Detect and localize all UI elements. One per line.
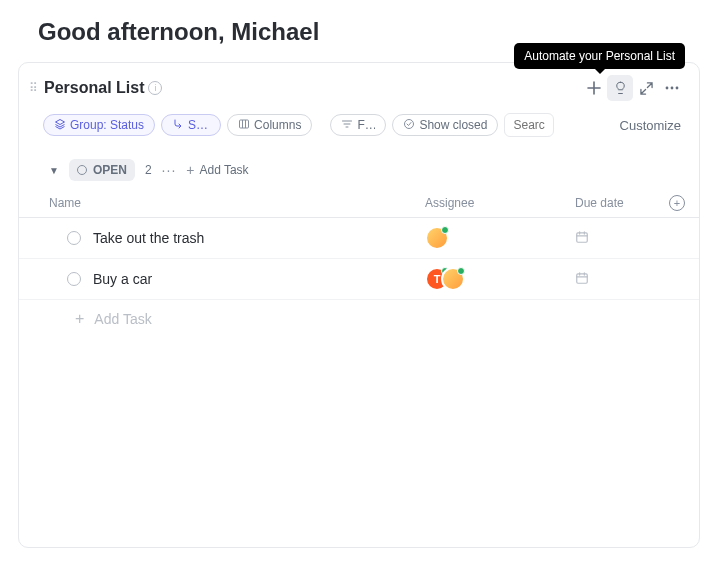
col-assignee-header[interactable]: Assignee: [425, 196, 575, 210]
svg-rect-6: [577, 273, 588, 282]
presence-dot-icon: [441, 226, 449, 234]
svg-point-1: [671, 87, 674, 90]
list-card: Automate your Personal List ⠿ Personal L…: [18, 62, 700, 548]
plus-icon: +: [75, 310, 84, 328]
svg-point-0: [666, 87, 669, 90]
page-greeting: Good afternoon, Michael: [38, 18, 718, 46]
svg-rect-3: [240, 120, 249, 128]
automate-icon[interactable]: [607, 75, 633, 101]
task-name[interactable]: Buy a car: [93, 271, 425, 287]
plus-icon: +: [186, 162, 194, 178]
status-circle[interactable]: [67, 272, 81, 286]
check-circle-icon: [403, 118, 415, 132]
add-icon[interactable]: [581, 75, 607, 101]
filter-icon: [341, 118, 353, 132]
presence-dot-icon: [457, 267, 465, 275]
svg-point-2: [676, 87, 679, 90]
drag-icon[interactable]: ⠿: [29, 81, 38, 95]
due-date-cell[interactable]: [575, 230, 665, 247]
subtask-icon: [172, 118, 184, 132]
avatar[interactable]: [441, 267, 465, 291]
group-count: 2: [145, 163, 152, 177]
calendar-icon: [575, 271, 589, 288]
col-name-header[interactable]: Name: [49, 196, 425, 210]
status-pill[interactable]: OPEN: [69, 159, 135, 181]
task-row[interactable]: Buy a carT: [19, 259, 699, 300]
assignee-cell[interactable]: T: [425, 267, 575, 291]
group-add-task-button[interactable]: + Add Task: [186, 162, 248, 178]
status-dot-icon: [77, 165, 87, 175]
filter-row: Group: Status Subtasks Columns Filters: [19, 109, 699, 149]
calendar-icon: [575, 230, 589, 247]
info-icon[interactable]: i: [148, 81, 162, 95]
col-due-header[interactable]: Due date: [575, 196, 665, 210]
search-input[interactable]: [513, 118, 545, 132]
add-column-button[interactable]: +: [665, 195, 685, 211]
due-date-cell[interactable]: [575, 271, 665, 288]
automate-tooltip: Automate your Personal List: [514, 43, 685, 69]
group-more-icon[interactable]: ···: [162, 162, 177, 178]
layers-icon: [54, 118, 66, 132]
subtasks-chip[interactable]: Subtasks: [161, 114, 221, 136]
svg-rect-5: [577, 232, 588, 241]
svg-point-4: [405, 120, 414, 129]
assignee-cell[interactable]: [425, 226, 575, 250]
plus-circle-icon: +: [669, 195, 685, 211]
list-title[interactable]: Personal List: [44, 79, 144, 97]
avatar[interactable]: [425, 226, 449, 250]
caret-icon[interactable]: ▼: [49, 165, 59, 176]
status-circle[interactable]: [67, 231, 81, 245]
filters-chip[interactable]: Filters: [330, 114, 386, 136]
more-icon[interactable]: [659, 75, 685, 101]
task-row[interactable]: Take out the trash: [19, 218, 699, 259]
group-header: ▼ OPEN 2 ··· + Add Task: [19, 149, 699, 189]
task-name[interactable]: Take out the trash: [93, 230, 425, 246]
columns-icon: [238, 118, 250, 132]
columns-chip[interactable]: Columns: [227, 114, 312, 136]
group-chip[interactable]: Group: Status: [43, 114, 155, 136]
search-input-wrap[interactable]: [504, 113, 554, 137]
table-head: Name Assignee Due date +: [19, 189, 699, 218]
add-task-row[interactable]: + Add Task: [19, 300, 699, 338]
expand-icon[interactable]: [633, 75, 659, 101]
show-closed-chip[interactable]: Show closed: [392, 114, 498, 136]
customize-button[interactable]: Customize: [620, 118, 685, 133]
